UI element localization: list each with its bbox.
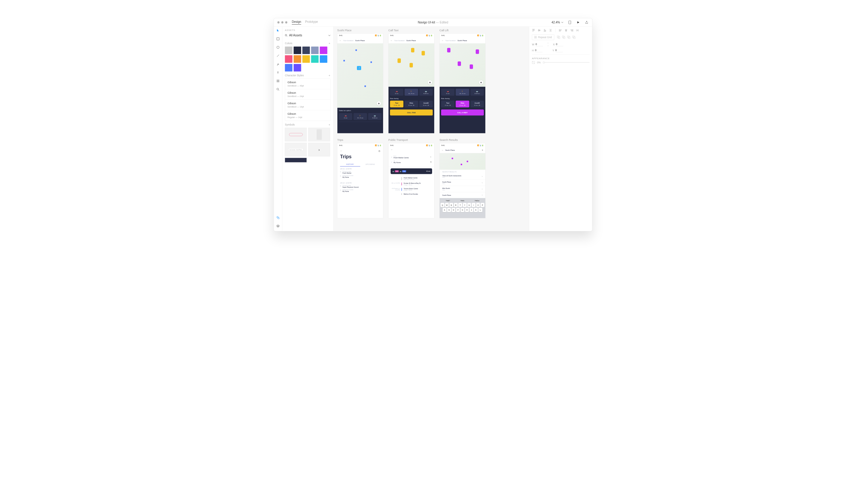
key[interactable]: H [465,208,469,212]
align-left-icon[interactable] [559,29,562,32]
play-icon[interactable] [576,20,580,24]
distribute-h-icon[interactable] [576,29,579,32]
canvas[interactable]: Sushi Place 9:41📶 📡 🔋 ←Your locationSush… [333,27,529,231]
key[interactable]: T [458,203,462,207]
locate-button[interactable]: ⊕ [428,80,432,85]
align-controls[interactable] [532,28,590,32]
call-ridy-button[interactable]: CALL A RIDY [441,110,484,116]
color-swatch[interactable] [285,55,292,63]
tab-history[interactable]: HISTORY [340,162,360,167]
zoom-tool[interactable] [276,88,280,92]
tab-upcoming[interactable]: UPCOMING [360,162,380,167]
align-top-icon[interactable] [532,29,535,32]
char-style-item[interactable]: GibsonSemiBold — 24pt [285,89,331,100]
call-taxi-button[interactable]: CALL TAXI [390,110,433,116]
key[interactable]: I [472,203,476,207]
option-card[interactable]: 🚌25-30 min [368,113,381,120]
text-tool[interactable]: T [276,71,280,75]
trip-item[interactable]: JAN 10 - 12:30 PMPickup LocationSuper Pl… [337,181,383,195]
key[interactable]: P [480,203,485,207]
width-input[interactable]: 0 [535,43,543,46]
minimize-dot[interactable] [281,21,284,23]
traffic-lights[interactable] [278,21,287,23]
color-swatch[interactable] [302,55,310,63]
option-card[interactable]: 🚌25-30 min [470,89,484,96]
char-style-item[interactable]: GibsonRegular — 14pt [285,110,331,121]
height-input[interactable]: 0 [535,49,542,53]
option-card[interactable]: 🚗15 min [441,89,455,96]
key[interactable]: Q [441,203,444,207]
plus-icon[interactable]: ＋ [328,123,331,126]
key[interactable]: J [469,208,473,212]
select-tool[interactable] [276,28,280,33]
option-card[interactable]: 🚌25-30 min [419,89,433,96]
y-input[interactable]: 0 [555,49,563,53]
align-vcenter-icon[interactable] [537,29,541,32]
color-swatch[interactable] [320,55,327,63]
key[interactable]: Y [463,203,467,207]
color-swatch[interactable] [320,47,327,54]
option-card[interactable]: 🚶18 - 25 min [354,113,367,120]
key[interactable]: O [476,203,480,207]
colors-header[interactable]: Colors ＋ [285,42,331,45]
option-card[interactable]: 🚗15 min [390,89,403,96]
key[interactable]: E [449,203,454,207]
color-swatch[interactable] [302,47,310,54]
align-hcenter-icon[interactable] [565,29,568,32]
search-result[interactable]: Sushi Place› [440,192,485,198]
option-card[interactable]: 🚶18 - 25 min [405,89,418,96]
locate-button[interactable]: ⊕ [479,80,483,85]
option-card[interactable]: Taxi22 min - $5 [441,101,455,107]
artboard-search[interactable]: Search Results 9:41📶 📡 🔋 ←Sushi Place✕ S… [440,138,486,218]
tab-design[interactable]: Design [292,20,301,25]
symbol-thumb[interactable]: › [308,143,330,157]
key[interactable]: U [467,203,471,207]
plus-icon[interactable]: ＋ [328,73,331,77]
key[interactable]: D [452,208,456,212]
char-style-item[interactable]: GibsonSemiBold — 40pt [285,79,331,89]
search-result[interactable]: Mini Sushi2 km.› [440,186,485,192]
line-tool[interactable] [276,54,280,58]
trip-item[interactable]: JAN 16 - 12:30 PMPickup LocationFresh Ma… [337,167,383,181]
opacity-value[interactable]: 0% [537,61,541,64]
pen-tool[interactable] [276,62,280,66]
close-dot[interactable] [278,21,280,23]
color-swatch[interactable] [285,47,292,54]
asset-filter[interactable]: All Assets [285,33,331,39]
option-card[interactable]: AutoM22 min - $5 [419,101,433,107]
symbol-thumb[interactable] [285,128,307,141]
boolean-ops[interactable] [557,36,576,39]
zoom-control[interactable]: 42.4% [552,21,563,24]
repeat-grid-button[interactable]: Repeat Grid [532,35,554,40]
align-bottom-icon[interactable] [543,29,546,32]
ellipse-tool[interactable] [276,45,280,49]
opacity-slider[interactable] [543,62,589,63]
color-swatch[interactable] [294,64,301,71]
artboard-trips[interactable]: Trips 9:41📶 📡 🔋 ←⚙ Trips HISTORY UPCOMIN… [337,138,384,218]
artboard-taxi[interactable]: Call Taxi 9:41📶 📡 🔋 ←Your locationSushi … [388,29,434,134]
align-right-icon[interactable] [570,29,574,32]
key[interactable]: R [454,203,458,207]
share-icon[interactable] [585,20,589,24]
color-swatch[interactable] [311,47,319,54]
option-card[interactable]: 🚶18 - 25 min [456,89,469,96]
color-swatch[interactable] [311,55,319,63]
distribute-v-icon[interactable] [549,29,552,32]
key[interactable]: W [445,203,449,207]
symbols-header[interactable]: Symbols ＋ [285,123,331,126]
artboard-transport[interactable]: Public Transport 9:41📶 📡 🔋 ← FromFresh M… [388,138,434,218]
key[interactable]: F [456,208,460,212]
link-icon[interactable] [547,42,549,47]
option-card[interactable]: AutoM22 min - $5 [470,101,484,107]
key[interactable]: G [460,208,465,212]
symbol-thumb[interactable]: Your location Sushi Place [285,143,307,157]
layers-icon[interactable] [276,224,280,228]
char-style-item[interactable]: GibsonSemiBold — 16pt [285,100,331,110]
color-swatch[interactable] [294,47,301,54]
plus-icon[interactable]: ＋ [328,42,331,45]
symbol-thumb[interactable] [285,158,307,162]
option-card[interactable]: Ridy22 min - $5 [405,101,418,107]
artboard-lift[interactable]: Call Lift 9:41📶 📡 🔋 ←Your locationSushi … [440,29,486,134]
key[interactable]: K [474,208,478,212]
artboard-sushi[interactable]: Sushi Place 9:41📶 📡 🔋 ←Your locationSush… [337,29,384,134]
